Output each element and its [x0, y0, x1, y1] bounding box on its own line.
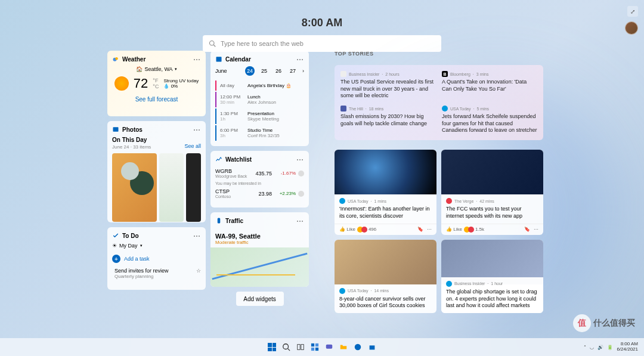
svg-rect-10: [301, 345, 304, 350]
sun-icon: ☀: [112, 243, 117, 249]
calendar-event[interactable]: All day Angela's Birthday 🎂: [215, 81, 304, 91]
photos-heading: On This Day: [112, 137, 201, 143]
source-logo: [340, 71, 346, 77]
traffic-map[interactable]: [210, 247, 309, 287]
watchlist-widget: Watchlist ⋯ WGRBWoodgrove Back 435.75 -1…: [210, 151, 309, 208]
chevron-down-icon[interactable]: ▾: [175, 67, 177, 72]
search-icon: [209, 40, 216, 47]
forecast-link[interactable]: See full forecast: [112, 96, 201, 103]
svg-rect-15: [326, 345, 333, 349]
star-icon[interactable]: ☆: [196, 268, 201, 274]
svg-point-7: [283, 344, 289, 349]
reactions[interactable]: 496: [359, 227, 376, 233]
calendar-widget: Calendar ⋯ June 24 25 26 27 › All day An…: [210, 51, 309, 146]
search-input[interactable]: Type here to search the web: [203, 35, 441, 52]
news-card[interactable]: The Verge · 42 mins The FCC wants you to…: [441, 150, 543, 234]
search-button[interactable]: [280, 341, 292, 353]
source-logo: B: [442, 71, 448, 77]
news-card[interactable]: USA Today · 1 mins 'Innermost': Earth ha…: [335, 150, 436, 234]
svg-line-1: [213, 45, 215, 47]
calendar-day[interactable]: 24: [245, 66, 255, 76]
more-icon[interactable]: ⋯: [193, 55, 201, 64]
svg-point-0: [210, 41, 215, 46]
more-icon[interactable]: ⋯: [427, 227, 432, 232]
remove-icon[interactable]: [298, 171, 304, 177]
bookmark-icon[interactable]: 🔖: [417, 227, 423, 232]
traffic-icon: [215, 217, 222, 224]
taskbar: ˄ ◡ 🔊 🔋 8:00 AM 6/24/2021: [0, 338, 644, 356]
news-image: [335, 240, 436, 284]
svg-rect-11: [311, 343, 314, 346]
svg-point-16: [355, 344, 361, 351]
todo-widget: To Do ⋯ ☀ My Day ▾ + Add a task ☆ Send i…: [107, 227, 206, 290]
home-icon: 🏠: [136, 66, 143, 72]
bookmark-icon[interactable]: 🔖: [524, 227, 530, 232]
explorer-button[interactable]: [338, 341, 349, 353]
store-button[interactable]: [366, 341, 378, 353]
more-icon[interactable]: ⋯: [296, 55, 304, 64]
news-story[interactable]: Business Insider · 2 hours The US Postal…: [340, 71, 436, 100]
watchlist-icon: [215, 156, 222, 163]
svg-rect-6: [218, 218, 221, 224]
svg-rect-4: [113, 127, 119, 132]
weather-condition: Strong UV today 💧 0%: [163, 78, 199, 89]
traffic-route: WA-99, Seattle: [210, 233, 309, 240]
add-icon[interactable]: [298, 191, 304, 197]
edge-button[interactable]: [352, 341, 364, 353]
widgets-button[interactable]: [309, 341, 321, 353]
news-card[interactable]: Business Insider · 1 hour The global chi…: [441, 240, 543, 313]
chevron-up-icon[interactable]: ˄: [584, 345, 586, 350]
news-story[interactable]: The Hill · 18 mins Slash emissions by 20…: [340, 106, 436, 134]
clock-tray[interactable]: 8:00 AM 6/24/2021: [617, 342, 638, 352]
weather-title: Weather: [122, 56, 145, 63]
calendar-day[interactable]: 27: [288, 68, 298, 74]
task-view-button[interactable]: [295, 341, 306, 353]
myday-dropdown[interactable]: ☀ My Day ▾: [112, 243, 201, 249]
more-icon[interactable]: ⋯: [193, 126, 201, 134]
more-icon[interactable]: ⋯: [296, 156, 304, 164]
photo-thumbnail[interactable]: [159, 153, 184, 222]
system-tray[interactable]: ˄ ◡ 🔊 🔋 8:00 AM 6/24/2021: [584, 342, 638, 352]
calendar-event[interactable]: 6:00 PM3h Studio TimeConf Rm 32/35: [215, 125, 304, 141]
search-placeholder: Type here to search the web: [221, 40, 304, 47]
see-all-link[interactable]: See all: [184, 143, 201, 149]
add-task-button[interactable]: + Add a task: [112, 252, 201, 265]
photo-thumbnail[interactable]: [186, 153, 201, 222]
user-avatar[interactable]: [625, 21, 638, 35]
stock-row[interactable]: WGRBWoodgrove Back 435.75 -1.67%: [215, 166, 304, 180]
like-button[interactable]: 👍 Like: [339, 227, 355, 232]
stock-row[interactable]: CTSPContoso 23.98 +2.23%: [215, 187, 304, 200]
wifi-icon[interactable]: ◡: [590, 345, 594, 350]
start-button[interactable]: [266, 341, 278, 353]
add-widgets-button[interactable]: Add widgets: [236, 292, 284, 306]
reactions[interactable]: 1.5k: [466, 227, 484, 233]
news-story[interactable]: BBloomberg · 3 mins A Quant's Take on In…: [442, 71, 537, 100]
calendar-title: Calendar: [225, 56, 251, 63]
weather-icon: [112, 55, 119, 63]
like-button[interactable]: 👍 Like: [446, 227, 462, 232]
svg-rect-9: [298, 345, 300, 350]
interest-label: You may be interested in: [215, 180, 304, 187]
volume-icon[interactable]: 🔊: [597, 345, 603, 350]
chevron-right-icon[interactable]: ›: [302, 68, 304, 74]
temp-units: °F°C: [153, 78, 159, 89]
calendar-event[interactable]: 1:30 PM1h PresentationSkype Meeting: [215, 109, 304, 124]
more-icon[interactable]: ⋯: [193, 232, 201, 240]
chat-button[interactable]: [323, 341, 335, 353]
more-icon[interactable]: ⋯: [534, 227, 538, 232]
task-item[interactable]: ☆ Send invites for review Quarterly plan…: [112, 265, 201, 279]
news-card[interactable]: USA Today · 14 mins 8-year-old cancer su…: [335, 240, 436, 313]
calendar-event[interactable]: 12:00 PM30 min LunchAlex Johnson: [215, 92, 304, 107]
battery-icon[interactable]: 🔋: [607, 345, 613, 350]
calendar-day[interactable]: 26: [274, 68, 283, 74]
svg-rect-5: [216, 57, 222, 61]
todo-icon: [112, 232, 119, 239]
expand-icon[interactable]: ⤢: [627, 6, 638, 17]
calendar-day[interactable]: 25: [259, 68, 269, 74]
source-logo: [442, 106, 448, 112]
photo-thumbnail[interactable]: [112, 153, 157, 222]
news-story[interactable]: USA Today · 5 mins Jets forward Mark Sch…: [442, 106, 537, 134]
plus-icon: +: [112, 255, 120, 263]
watchlist-title: Watchlist: [225, 156, 252, 163]
more-icon[interactable]: ⋯: [296, 217, 304, 225]
